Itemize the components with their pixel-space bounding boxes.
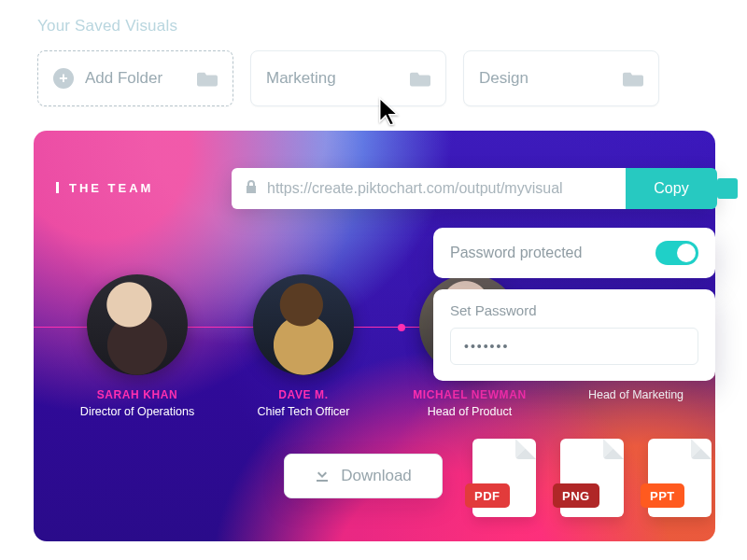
folder-label: Design: [479, 69, 529, 88]
copy-button[interactable]: Copy: [626, 168, 717, 209]
folder-icon: [197, 70, 218, 87]
folder-icon: [410, 70, 430, 87]
share-url-bar: https://create.piktochart.com/output/myv…: [232, 168, 717, 209]
file-pdf[interactable]: PDF: [472, 439, 536, 517]
member-name: SARAH KHAN: [67, 388, 207, 401]
password-value: •••••••: [464, 339, 509, 354]
download-button[interactable]: Download: [284, 454, 443, 498]
folder-label: Marketing: [266, 69, 336, 88]
decorative-accent: [717, 178, 738, 199]
team-member: SARAH KHAN Director of Operations: [67, 274, 207, 418]
folder-row: + Add Folder Marketing Design: [37, 50, 659, 106]
member-name: MICHAEL NEWMAN: [400, 388, 540, 401]
team-section-title: THE TEAM: [69, 181, 153, 195]
lock-icon: [245, 179, 258, 198]
password-toggle-label: Password protected: [450, 245, 582, 261]
folder-marketing[interactable]: Marketing: [250, 50, 446, 106]
member-role: Chief Tech Officer: [233, 405, 374, 418]
folder-design[interactable]: Design: [463, 50, 659, 106]
file-ppt[interactable]: PPT: [648, 439, 712, 517]
plus-icon: +: [53, 68, 74, 89]
file-format-row: PDF PNG PPT: [472, 439, 712, 517]
download-icon: [315, 467, 330, 486]
add-folder-label: Add Folder: [85, 69, 162, 88]
file-badge: PDF: [465, 483, 510, 508]
member-role: Head of Product: [400, 405, 540, 418]
avatar: [253, 274, 354, 375]
member-role: Director of Operations: [67, 405, 207, 418]
section-heading: Your Saved Visuals: [37, 17, 177, 35]
file-png[interactable]: PNG: [560, 439, 624, 517]
cursor-icon: [378, 97, 402, 125]
password-input[interactable]: •••••••: [450, 328, 698, 365]
toggle-knob: [677, 244, 696, 262]
password-toggle[interactable]: [655, 241, 698, 265]
download-label: Download: [341, 467, 412, 485]
copy-label: Copy: [654, 180, 688, 197]
file-badge: PPT: [641, 483, 684, 508]
team-member: DAVE M. Chief Tech Officer: [233, 274, 374, 418]
password-protect-card: Password protected: [433, 228, 715, 278]
avatar: [87, 274, 188, 375]
member-name: DAVE M.: [233, 388, 374, 401]
share-url-field[interactable]: https://create.piktochart.com/output/myv…: [232, 168, 626, 209]
folder-icon: [623, 70, 643, 87]
file-badge: PNG: [553, 483, 599, 508]
set-password-card: Set Password •••••••: [433, 289, 715, 381]
member-role: Head of Marketing: [566, 388, 706, 401]
share-url-text: https://create.piktochart.com/output/myv…: [267, 180, 563, 197]
set-password-label: Set Password: [450, 302, 698, 318]
add-folder-button[interactable]: + Add Folder: [37, 50, 233, 106]
